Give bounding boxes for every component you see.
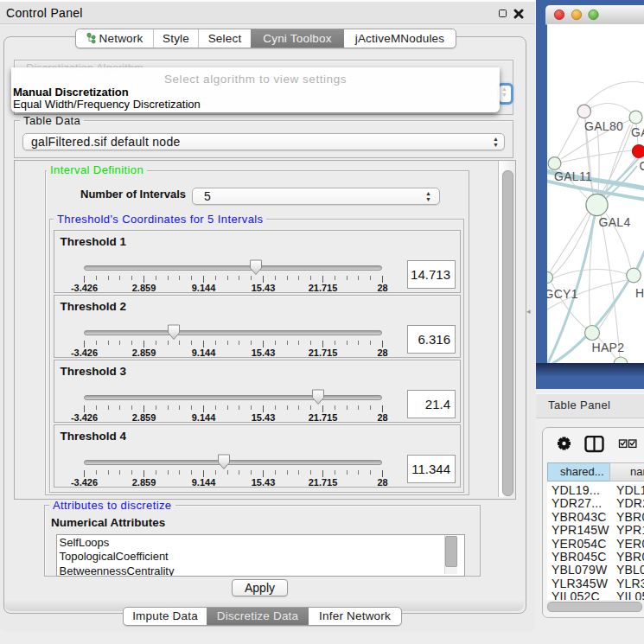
svg-text:GCY1: GCY1 — [547, 287, 578, 301]
svg-text:H: H — [635, 286, 644, 300]
svg-text:GAL11: GAL11 — [554, 169, 592, 183]
svg-text:GAL4: GAL4 — [599, 215, 631, 229]
svg-text:GAL80: GAL80 — [584, 119, 623, 133]
svg-text:C: C — [640, 159, 644, 173]
svg-text:GA: GA — [631, 125, 644, 139]
svg-text:HAP2: HAP2 — [592, 341, 625, 354]
